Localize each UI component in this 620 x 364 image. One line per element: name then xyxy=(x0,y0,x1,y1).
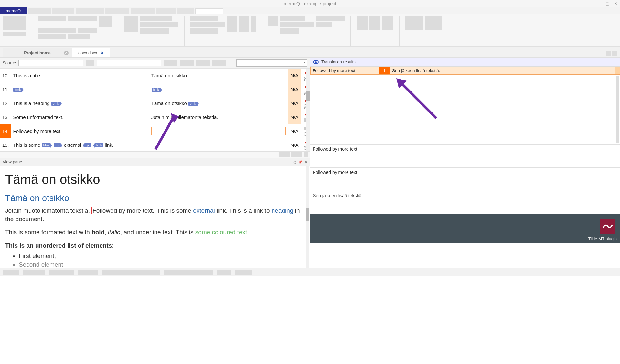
close-tab-icon[interactable]: ✕ xyxy=(101,51,104,55)
ribbon-button[interactable] xyxy=(190,16,218,21)
maximize-icon[interactable]: ▢ xyxy=(605,1,609,6)
ribbon-button[interactable] xyxy=(280,28,299,34)
ribbon-button[interactable] xyxy=(316,22,332,27)
ribbon-button[interactable] xyxy=(405,16,423,30)
ribbon-button[interactable] xyxy=(382,16,393,30)
ribbon-button[interactable] xyxy=(99,16,112,27)
ribbon-button[interactable] xyxy=(280,22,314,27)
segment-number: 15. xyxy=(0,138,11,152)
segment-row-active[interactable]: 14. Followed by more text. N/A 💬 xyxy=(0,124,310,138)
status-item xyxy=(164,270,213,275)
segment-target[interactable]: bmk xyxy=(149,82,288,96)
ribbon-button[interactable] xyxy=(3,16,26,30)
tab-project-home[interactable]: Project home ✕ xyxy=(3,48,72,57)
segment-row[interactable]: 10. This is a title Tämä on otsikko N/A … xyxy=(0,69,310,82)
result-target: Sen jälkeen lisää tekstiä. xyxy=(390,67,615,74)
panel-toggle-icon[interactable] xyxy=(612,51,617,56)
segment-source[interactable]: This is some hlnk rpr external rpr hlnk … xyxy=(11,138,149,152)
segment-source[interactable]: Followed by more text. xyxy=(11,124,149,138)
view-pane-controls: ▢ 📌 ✕ xyxy=(292,159,307,164)
ribbon-button[interactable] xyxy=(357,16,368,30)
ribbon-tab[interactable] xyxy=(156,8,176,14)
link-external: external xyxy=(64,142,81,148)
ribbon-button[interactable] xyxy=(140,28,169,34)
segment-row[interactable]: 11. bmk bmk N/A ✖💬 xyxy=(0,82,310,96)
brand-badge[interactable]: memoQ xyxy=(0,7,27,14)
ribbon-button[interactable] xyxy=(227,16,237,32)
minimize-icon[interactable]: — xyxy=(597,1,601,6)
translation-result-row[interactable]: Followed by more text. 1 Sen jälkeen lis… xyxy=(310,67,620,75)
ribbon-button[interactable] xyxy=(316,16,345,21)
close-pane-icon[interactable]: ✕ xyxy=(305,160,307,164)
pin-icon[interactable]: 📌 xyxy=(298,160,302,164)
status-bar xyxy=(0,268,620,276)
footer-button[interactable] xyxy=(279,152,290,157)
ribbon-button[interactable] xyxy=(38,16,66,21)
detail-panes: Followed by more text. Followed by more … xyxy=(310,144,620,214)
grid-scrollbar[interactable] xyxy=(306,69,310,151)
ribbon-button[interactable] xyxy=(268,16,278,26)
ribbon-button[interactable] xyxy=(425,16,442,30)
ribbon-button[interactable] xyxy=(280,16,305,21)
close-tab-icon[interactable]: ✕ xyxy=(64,51,69,55)
toolbar-button[interactable] xyxy=(196,60,210,66)
tilde-logo-icon[interactable] xyxy=(600,219,615,234)
ribbon-tab[interactable] xyxy=(105,8,129,14)
footer-button[interactable] xyxy=(291,152,302,157)
segment-source[interactable]: This is a heading bmk xyxy=(11,96,149,110)
segment-source[interactable]: bmk xyxy=(11,82,149,96)
ribbon-button[interactable] xyxy=(140,22,178,27)
sort-dropdown[interactable] xyxy=(236,59,307,67)
ribbon-label xyxy=(3,32,26,36)
ribbon-button[interactable] xyxy=(369,16,380,30)
ribbon-button[interactable] xyxy=(251,16,256,32)
results-scrollbar[interactable] xyxy=(616,76,619,143)
segment-target[interactable]: Jotain muotoilematonta tekstiä. xyxy=(149,110,288,124)
ribbon-tab[interactable] xyxy=(52,8,74,14)
segment-row[interactable]: 15. This is some hlnk rpr external rpr h… xyxy=(0,138,310,152)
segment-target[interactable] xyxy=(149,138,288,152)
segment-target[interactable]: Tämä on otsikko xyxy=(149,69,288,82)
ribbon-button[interactable] xyxy=(68,34,90,39)
toolbar-button[interactable] xyxy=(212,60,226,66)
grid-footer xyxy=(0,151,310,158)
ribbon-tab[interactable] xyxy=(76,8,104,14)
close-icon[interactable]: ✕ xyxy=(614,1,617,6)
footer-button[interactable] xyxy=(304,152,308,157)
link-external[interactable]: external xyxy=(193,207,215,214)
segment-row[interactable]: 13. Some unformatted text. Jotain muotoi… xyxy=(0,110,310,124)
ribbon-button[interactable] xyxy=(140,16,172,21)
ribbon-button[interactable] xyxy=(78,28,97,33)
link-heading[interactable]: heading xyxy=(272,207,294,214)
tag-hlnk: hlnk xyxy=(95,143,103,147)
ribbon-tab[interactable] xyxy=(28,8,51,14)
ribbon-tab-active[interactable] xyxy=(195,8,223,14)
segment-source[interactable]: Some unformatted text. xyxy=(11,110,149,124)
ribbon-button[interactable] xyxy=(38,34,66,39)
ribbon-tab[interactable] xyxy=(177,8,194,14)
ribbon-button[interactable] xyxy=(190,22,225,27)
segment-target[interactable] xyxy=(149,124,288,138)
preview-heading-1: Tämä on otsikko xyxy=(5,170,305,188)
ribbon-tab[interactable] xyxy=(131,8,155,14)
panel-toggle-icon[interactable] xyxy=(606,51,611,56)
preview-scrollbar[interactable] xyxy=(306,166,309,268)
segment-row[interactable]: 12. This is a heading bmk Tämä on otsikk… xyxy=(0,96,310,110)
ribbon-button[interactable] xyxy=(190,28,218,34)
toolbar-button[interactable] xyxy=(164,60,177,66)
ribbon-button[interactable] xyxy=(239,16,249,32)
ribbon-button[interactable] xyxy=(124,16,138,32)
tag-bmk: bmk xyxy=(51,102,60,106)
ribbon-button[interactable] xyxy=(68,16,97,21)
toolbar-button[interactable] xyxy=(86,60,94,66)
segment-source[interactable]: This is a title xyxy=(11,69,149,82)
tab-document-active[interactable]: docx.docx ✕ xyxy=(72,48,110,57)
translation-results-title: Translation results xyxy=(321,59,356,64)
dock-icon[interactable]: ▢ xyxy=(293,160,296,164)
source-filter-input[interactable] xyxy=(18,60,83,66)
toolbar-button[interactable] xyxy=(180,60,194,66)
target-filter-input[interactable] xyxy=(97,60,161,66)
segment-target[interactable]: Tämä on otsikko bmk xyxy=(149,96,288,110)
target-edit-box[interactable] xyxy=(151,127,286,135)
ribbon-button[interactable] xyxy=(38,28,76,33)
